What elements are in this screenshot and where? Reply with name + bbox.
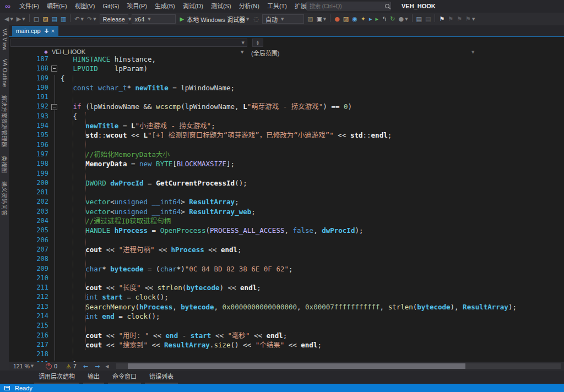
solution-configuration-dropdown[interactable]: Release ▼	[100, 14, 128, 24]
toggle-bookmark-icon[interactable]: ⚑	[437, 14, 446, 24]
code-line-203[interactable]: 203 vector<unsigned __int64> ResultArray…	[9, 207, 564, 216]
fold-collapse-icon[interactable]	[51, 104, 57, 110]
va-refactor-icon[interactable]: ✦	[359, 14, 367, 24]
code-line-195[interactable]: 195 std::wcout << L"[+] 检测到窗口标题为“萌芽游戏”，已…	[9, 130, 564, 140]
code-line-215[interactable]: 215	[9, 321, 564, 330]
code-line-213[interactable]: 213 SearchMemory(hProcess, bytecode, 0x0…	[9, 302, 564, 312]
code-line-187[interactable]: 187 HINSTANCE hInstance,	[9, 55, 564, 64]
code-line-191[interactable]: 191	[9, 92, 564, 102]
va-goto-related-icon[interactable]: ▸	[367, 14, 374, 24]
side-tab-1[interactable]: VA Outline	[2, 59, 8, 88]
close-icon[interactable]: ×	[51, 26, 55, 36]
va-home-icon[interactable]: ●	[333, 14, 341, 24]
hot-reload-icon[interactable]: ◌	[252, 14, 261, 24]
code-line-216[interactable]: 216 cout << "用时: " << end - start << "毫秒…	[9, 331, 564, 340]
code-line-205[interactable]: 205 HANDLE hProcess = OpenProcess(PROCES…	[9, 226, 564, 235]
side-tab-4[interactable]: 通义灵码问答	[1, 181, 9, 216]
code-area[interactable]: 187 HINSTANCE hInstance,188 LPVOID lpPar…	[9, 55, 564, 362]
code-line-218[interactable]: 218	[9, 350, 564, 359]
start-debugging-button[interactable]: ▶ 本地 Windows 调试器 ▼	[177, 15, 252, 24]
menu-item-0[interactable]: 文件(F)	[15, 0, 43, 13]
solution-platform-dropdown[interactable]: x64 ▼	[132, 14, 176, 24]
scroll-left-icon[interactable]: ◀	[105, 364, 109, 369]
va-context-dropdown[interactable]: ▼	[10, 39, 247, 47]
navigate-back-icon[interactable]: ←	[83, 363, 88, 370]
menu-item-2[interactable]: 视图(V)	[71, 0, 99, 13]
open-folder-icon[interactable]: ▨	[41, 14, 50, 24]
menu-item-1[interactable]: 编辑(E)	[43, 0, 71, 13]
search-input[interactable]	[307, 3, 385, 9]
navigate-forward-icon[interactable]: →	[95, 363, 100, 370]
chevron-down-icon[interactable]: ▼	[471, 50, 474, 55]
chevron-down-icon[interactable]: ▼	[241, 50, 243, 55]
prev-bookmark-icon[interactable]: ⚑	[446, 14, 455, 24]
code-line-193[interactable]: 193 {	[9, 112, 564, 121]
code-line-188[interactable]: 188 LPVOID lpParam)	[9, 64, 564, 73]
scrollbar-thumb[interactable]	[128, 363, 465, 369]
side-tab-2[interactable]: 解决方案资源管理器	[1, 95, 9, 148]
code-line-201[interactable]: 201	[9, 188, 564, 197]
va-refresh-icon[interactable]: ↻	[388, 14, 397, 24]
menu-item-3[interactable]: Git(G)	[99, 0, 123, 13]
search-icon[interactable]	[385, 4, 389, 8]
va-goto-implementation-icon[interactable]: ▸	[374, 14, 381, 24]
code-line-198[interactable]: 198 MemoryData = new BYTE[BLOCKMAXSIZE];	[9, 159, 564, 168]
code-line-197[interactable]: 197 //初始化MemoryData大小	[9, 150, 564, 159]
save-all-icon[interactable]: ▥	[59, 14, 68, 24]
nav-forward-icon[interactable]: ▶▼	[15, 14, 27, 24]
menu-item-7[interactable]: 测试(S)	[207, 0, 235, 13]
hot-reload-mode-dropdown[interactable]: 自动 ▼	[262, 14, 304, 24]
undo-icon[interactable]: ↶▼	[73, 14, 85, 24]
nav-back-icon[interactable]: ◀▼	[3, 14, 15, 24]
panel-tab-1[interactable]: 输出	[83, 370, 104, 384]
next-bookmark-icon[interactable]: ⚑	[455, 14, 464, 24]
va-open-file-icon[interactable]: ▨	[341, 14, 350, 24]
code-line-206[interactable]: 206	[9, 236, 564, 245]
new-file-icon[interactable]: ▢	[32, 14, 41, 24]
panel-tab-3[interactable]: 错误列表	[145, 370, 178, 384]
format-selection-icon[interactable]: ▤	[424, 14, 432, 24]
side-tab-3[interactable]: 类视图	[1, 156, 9, 173]
code-line-207[interactable]: 207 cout << "进程句柄" << hProcess << endl;	[9, 245, 564, 254]
code-line-194[interactable]: 194 newTitle = L"小迪游戏 - 捞女游戏";	[9, 121, 564, 130]
tab-main-cpp[interactable]: main.cpp ×	[12, 26, 58, 36]
code-line-211[interactable]: 211 cout << "长度" << strlen(bytecode) << …	[9, 283, 564, 292]
screenshot-tool-icon[interactable]: ▣▼	[314, 14, 328, 24]
attach-process-icon[interactable]: ▨	[306, 14, 314, 24]
fold-collapse-icon[interactable]	[51, 66, 57, 72]
va-list-stepper[interactable]: ▲▼	[252, 39, 263, 47]
code-line-199[interactable]: 199	[9, 169, 564, 178]
code-line-209[interactable]: 209 char* bytecode = (char*)"0C 84 BD 82…	[9, 264, 564, 274]
code-line-189[interactable]: 189{	[9, 74, 564, 83]
code-line-196[interactable]: 196	[9, 140, 564, 150]
warning-count-icon[interactable]: ⚠	[66, 363, 71, 369]
feedback-icon[interactable]	[4, 386, 10, 390]
va-options-icon[interactable]: ●▼	[397, 14, 410, 24]
va-nav-back-icon[interactable]: ↰	[380, 14, 388, 24]
code-line-217[interactable]: 217 cout << "搜索到" << ResultArray.size() …	[9, 340, 564, 350]
error-count-icon[interactable]	[46, 363, 52, 369]
code-line-208[interactable]: 208	[9, 254, 564, 264]
menu-item-6[interactable]: 调试(D)	[179, 0, 207, 13]
va-find-symbol-icon[interactable]: ◉	[350, 14, 359, 24]
search-box[interactable]	[306, 2, 391, 10]
side-tab-0[interactable]: VA View	[2, 29, 8, 51]
code-line-212[interactable]: 212 int start = clock();	[9, 292, 564, 302]
panel-tab-2[interactable]: 命令窗口	[108, 370, 141, 384]
format-document-icon[interactable]: ▤	[415, 14, 424, 24]
save-icon[interactable]: ▤	[50, 14, 59, 24]
horizontal-scrollbar[interactable]	[116, 363, 561, 369]
code-line-200[interactable]: 200 DWORD dwProcId = GetCurrentProcessId…	[9, 178, 564, 188]
zoom-level-dropdown[interactable]: 121 % ▼	[13, 363, 34, 369]
code-line-202[interactable]: 202 vector<unsigned __int64> ResultArray…	[9, 197, 564, 206]
menu-item-8[interactable]: 分析(N)	[235, 0, 263, 13]
panel-tab-0[interactable]: 调用层次结构	[34, 370, 79, 384]
clear-bookmarks-icon[interactable]: ⚑▼	[464, 14, 476, 24]
code-line-214[interactable]: 214 int end = clock();	[9, 312, 564, 321]
menu-item-4[interactable]: 项目(P)	[123, 0, 151, 13]
code-line-210[interactable]: 210	[9, 274, 564, 283]
code-line-204[interactable]: 204 //通过进程ID获取进程句柄	[9, 216, 564, 226]
code-line-190[interactable]: 190 const wchar_t* newTitle = lpWindowNa…	[9, 83, 564, 92]
code-line-192[interactable]: 192 if (lpWindowName && wcscmp(lpWindowN…	[9, 102, 564, 111]
menu-item-9[interactable]: 工具(T)	[263, 0, 291, 13]
